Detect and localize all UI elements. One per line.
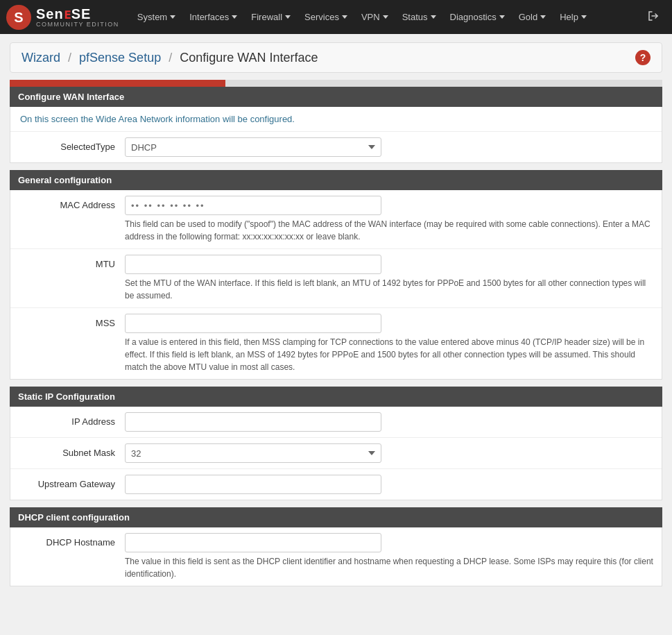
configure-wan-body: On this screen the Wide Area Network inf…: [10, 107, 662, 163]
dhcp-hostname-label: DHCP Hostname: [17, 533, 125, 548]
breadcrumb-wizard[interactable]: Wizard: [21, 51, 60, 65]
chevron-down-icon: [170, 15, 175, 19]
mss-row: MSS If a value is entered in this field,…: [10, 308, 662, 379]
mtu-row: MTU Set the MTU of the WAN interface. If…: [10, 249, 662, 308]
static-ip-section: Static IP Configuration IP Address Subne…: [10, 387, 662, 500]
subnet-mask-label: Subnet Mask: [17, 443, 125, 458]
mss-help: If a value is entered in this field, the…: [125, 336, 655, 373]
brand-community: COMMUNITY EDITION: [36, 22, 119, 28]
upstream-gateway-input[interactable]: [125, 475, 381, 494]
upstream-gateway-label: Upstream Gateway: [17, 475, 125, 489]
selected-type-label: SelectedType: [17, 137, 125, 152]
configure-wan-header: Configure WAN Interface: [10, 87, 662, 107]
selected-type-select[interactable]: DHCP Static PPPoE PPTP L2TP: [125, 137, 381, 157]
upstream-gateway-field: [125, 475, 655, 494]
mtu-help: Set the MTU of the WAN interface. If thi…: [125, 277, 655, 302]
page-content: Wizard / pfSense Setup / Configure WAN I…: [0, 34, 672, 602]
dhcp-hostname-help: The value in this field is sent as the D…: [125, 555, 655, 580]
nav-item-status[interactable]: Status: [395, 0, 443, 34]
mac-address-help: This field can be used to modify ("spoof…: [125, 218, 655, 243]
dhcp-hostname-row: DHCP Hostname The value in this field is…: [10, 527, 662, 586]
ip-address-row: IP Address: [10, 407, 662, 438]
mss-input[interactable]: [125, 314, 381, 333]
nav-menu: System Interfaces Firewall Services VPN …: [130, 0, 640, 34]
ip-address-input[interactable]: [125, 412, 381, 432]
general-config-section: General configuration MAC Address This f…: [10, 170, 662, 380]
dhcp-client-body: DHCP Hostname The value in this field is…: [10, 527, 662, 586]
nav-item-firewall[interactable]: Firewall: [244, 0, 298, 34]
configure-wan-info: On this screen the Wide Area Network inf…: [10, 107, 662, 132]
breadcrumb-pfsense-setup[interactable]: pfSense Setup: [79, 51, 161, 65]
brand-text: SenᴇSE COMMUNITY EDITION: [36, 6, 119, 28]
nav-item-services[interactable]: Services: [298, 0, 354, 34]
mac-address-field: This field can be used to modify ("spoof…: [125, 196, 655, 243]
selected-type-row: SelectedType DHCP Static PPPoE PPTP L2TP: [10, 132, 662, 162]
dhcp-client-section: DHCP client configuration DHCP Hostname …: [10, 507, 662, 586]
nav-item-vpn[interactable]: VPN: [354, 0, 395, 34]
breadcrumb-current: Configure WAN Interface: [180, 51, 318, 65]
mtu-label: MTU: [17, 255, 125, 269]
mac-address-label: MAC Address: [17, 196, 125, 210]
chevron-down-icon: [285, 15, 291, 19]
brand-logo: S: [6, 4, 32, 31]
brand-name: SenᴇSE: [36, 6, 119, 22]
nav-item-system[interactable]: System: [130, 0, 182, 34]
ip-address-label: IP Address: [17, 412, 125, 427]
subnet-mask-field: 32 31 30 29 28 27 26 25 24 23 22 21 20: [125, 443, 655, 463]
mtu-field: Set the MTU of the WAN interface. If thi…: [125, 255, 655, 302]
configure-wan-section: Configure WAN Interface On this screen t…: [10, 87, 662, 163]
chevron-down-icon: [232, 15, 237, 19]
upstream-gateway-row: Upstream Gateway: [10, 469, 662, 500]
svg-text:S: S: [14, 10, 23, 25]
general-config-header: General configuration: [10, 170, 662, 190]
mtu-input[interactable]: [125, 255, 381, 274]
nav-item-gold[interactable]: Gold: [512, 0, 553, 34]
dhcp-client-header: DHCP client configuration: [10, 507, 662, 527]
logout-button[interactable]: [640, 10, 666, 24]
mac-address-input[interactable]: [125, 196, 381, 215]
chevron-down-icon: [581, 15, 587, 19]
nav-item-interfaces[interactable]: Interfaces: [182, 0, 244, 34]
dhcp-hostname-input[interactable]: [125, 533, 381, 552]
chevron-down-icon: [540, 15, 546, 19]
progress-bar-fill: [10, 80, 225, 87]
ip-address-field: [125, 412, 655, 432]
breadcrumb-sep1: /: [68, 51, 71, 65]
subnet-mask-row: Subnet Mask 32 31 30 29 28 27 26 25 24 2…: [10, 438, 662, 469]
chevron-down-icon: [342, 15, 347, 19]
nav-item-diagnostics[interactable]: Diagnostics: [443, 0, 512, 34]
chevron-down-icon: [431, 15, 436, 19]
breadcrumb-sep2: /: [169, 51, 172, 65]
chevron-down-icon: [499, 15, 505, 19]
mss-label: MSS: [17, 314, 125, 328]
brand: S SenᴇSE COMMUNITY EDITION: [6, 4, 119, 31]
progress-bar-container: [10, 80, 662, 87]
breadcrumb: Wizard / pfSense Setup / Configure WAN I…: [10, 42, 662, 73]
selected-type-field: DHCP Static PPPoE PPTP L2TP: [125, 137, 655, 157]
help-button[interactable]: ?: [635, 50, 651, 65]
logout-icon: [647, 10, 660, 22]
navbar: S SenᴇSE COMMUNITY EDITION System Interf…: [0, 0, 672, 34]
subnet-mask-select[interactable]: 32 31 30 29 28 27 26 25 24 23 22 21 20: [125, 443, 381, 463]
mac-address-row: MAC Address This field can be used to mo…: [10, 190, 662, 249]
nav-item-help[interactable]: Help: [553, 0, 594, 34]
dhcp-hostname-field: The value in this field is sent as the D…: [125, 533, 655, 580]
mss-field: If a value is entered in this field, the…: [125, 314, 655, 373]
static-ip-body: IP Address Subnet Mask 32 31 30 29 28 27: [10, 407, 662, 500]
breadcrumb-text: Wizard / pfSense Setup / Configure WAN I…: [21, 51, 318, 65]
general-config-body: MAC Address This field can be used to mo…: [10, 190, 662, 380]
chevron-down-icon: [383, 15, 388, 19]
static-ip-header: Static IP Configuration: [10, 387, 662, 407]
